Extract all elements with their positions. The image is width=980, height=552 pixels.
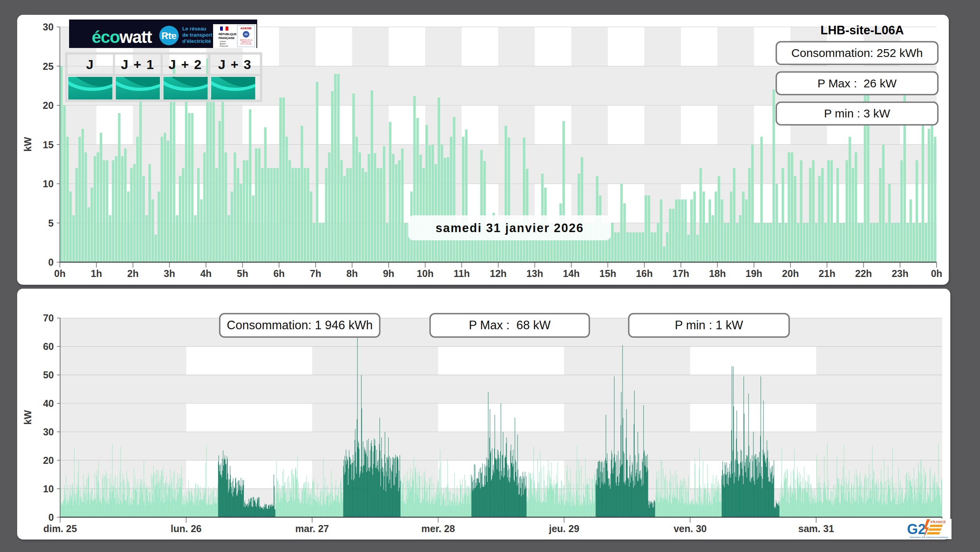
svg-text:mar. 27: mar. 27: [295, 523, 329, 534]
svg-text:Optimisation des ressources én: Optimisation des ressources énergétiques: [910, 536, 948, 538]
svg-text:50: 50: [43, 369, 54, 380]
svg-text:22h: 22h: [855, 268, 872, 279]
svg-text:16h: 16h: [636, 268, 653, 279]
svg-text:3h: 3h: [164, 268, 175, 279]
svg-text:FRANCE: FRANCE: [930, 520, 946, 524]
svg-text:23h: 23h: [892, 268, 909, 279]
svg-text:0h: 0h: [931, 268, 942, 279]
svg-text:écowatt: écowatt: [92, 27, 152, 46]
svg-text:11h: 11h: [454, 268, 470, 279]
svg-text:12h: 12h: [490, 268, 507, 279]
svg-text:10: 10: [43, 178, 54, 189]
svg-text:jeu. 29: jeu. 29: [548, 523, 579, 534]
svg-text:20: 20: [43, 455, 54, 466]
svg-text:Fraternité: Fraternité: [220, 45, 228, 47]
svg-text:4h: 4h: [200, 268, 212, 279]
svg-text:ÉCOLOGIQUE: ÉCOLOGIQUE: [240, 43, 251, 45]
svg-text:15h: 15h: [599, 268, 616, 279]
svg-text:Consommation: 1 946 kWh: Consommation: 1 946 kWh: [227, 318, 373, 332]
svg-text:Consommation: 252 kWh: Consommation: 252 kWh: [791, 46, 923, 59]
svg-text:15: 15: [43, 139, 54, 150]
svg-text:10h: 10h: [417, 268, 434, 279]
svg-text:de transport: de transport: [182, 32, 213, 38]
svg-text:8h: 8h: [347, 268, 358, 279]
svg-text:0h: 0h: [54, 268, 66, 279]
svg-text:dim. 25: dim. 25: [43, 523, 77, 534]
svg-text:19h: 19h: [745, 268, 762, 279]
svg-text:5h: 5h: [237, 268, 248, 279]
svg-text:G2: G2: [907, 521, 926, 537]
svg-text:mer. 28: mer. 28: [422, 523, 455, 534]
svg-text:sam. 31: sam. 31: [798, 523, 834, 534]
svg-text:RÉPUBLIQUE: RÉPUBLIQUE: [219, 32, 237, 36]
svg-text:17h: 17h: [672, 268, 689, 279]
svg-text:kW: kW: [22, 410, 33, 425]
svg-text:40: 40: [43, 398, 54, 409]
svg-text:0: 0: [48, 512, 54, 523]
svg-text:20h: 20h: [782, 268, 799, 279]
svg-text:18h: 18h: [709, 268, 726, 279]
svg-text:60: 60: [43, 341, 54, 352]
svg-text:2h: 2h: [127, 268, 139, 279]
svg-text:13h: 13h: [526, 268, 543, 279]
svg-text:J + 2: J + 2: [169, 57, 203, 72]
svg-text:P min : 1 kW: P min : 1 kW: [675, 318, 743, 332]
svg-text:kW: kW: [22, 137, 33, 152]
svg-text:P Max : 26 kW: P Max : 26 kW: [818, 77, 897, 90]
svg-text:5: 5: [48, 218, 53, 229]
svg-text:J: J: [86, 57, 94, 72]
svg-text:6h: 6h: [273, 268, 285, 279]
svg-text:Rte: Rte: [162, 30, 177, 41]
svg-text:ven. 30: ven. 30: [674, 523, 707, 534]
svg-text:J + 3: J + 3: [218, 57, 252, 72]
svg-text:14h: 14h: [563, 268, 580, 279]
svg-text:10: 10: [43, 483, 54, 494]
svg-text:1h: 1h: [91, 268, 102, 279]
svg-text:Le réseau: Le réseau: [182, 26, 206, 32]
svg-text:d’électricité: d’électricité: [182, 38, 211, 44]
svg-text:FRANÇAISE: FRANÇAISE: [219, 37, 235, 40]
svg-text:ADEME: ADEME: [240, 27, 252, 30]
svg-text:70: 70: [43, 312, 54, 323]
svg-text:9h: 9h: [383, 268, 394, 279]
svg-text:25: 25: [43, 61, 54, 72]
svg-text:21h: 21h: [818, 268, 835, 279]
svg-text:20: 20: [43, 100, 54, 111]
svg-text:7h: 7h: [310, 268, 321, 279]
svg-text:30: 30: [43, 426, 54, 437]
svg-text:0: 0: [48, 257, 53, 268]
svg-text:samedi 31 janvier 2026: samedi 31 janvier 2026: [436, 221, 584, 235]
svg-text:J + 1: J + 1: [121, 57, 155, 72]
svg-text:LHB-site-L06A: LHB-site-L06A: [820, 23, 904, 37]
svg-text:lun. 26: lun. 26: [171, 523, 201, 534]
svg-text:30: 30: [43, 21, 54, 32]
svg-text:P Max : 68 kW: P Max : 68 kW: [469, 318, 551, 332]
svg-text:P min : 3 kW: P min : 3 kW: [824, 107, 890, 120]
